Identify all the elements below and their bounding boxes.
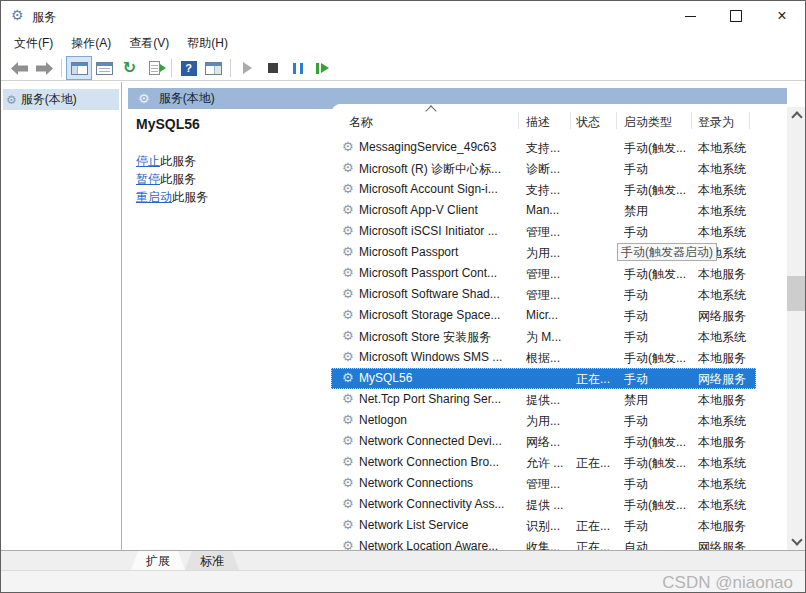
show-console-tree-button[interactable]	[66, 56, 92, 80]
service-gear-icon: ⚙	[342, 223, 354, 238]
show-action-pane-button[interactable]	[201, 57, 226, 79]
tab-extended[interactable]: 扩展	[131, 551, 185, 570]
cell-description: 提供...	[526, 392, 574, 409]
cell-name: Network List Service	[359, 518, 524, 532]
menu-item[interactable]: 帮助(H)	[178, 31, 237, 56]
service-row[interactable]: ⚙ MessagingService_49c63 支持... 手动(触发... …	[331, 137, 756, 158]
service-action-link[interactable]: 停止	[136, 154, 160, 168]
cell-logon-as: 本地服务	[698, 266, 755, 283]
column-separator[interactable]	[616, 112, 617, 129]
scrollbar-thumb[interactable]	[787, 276, 806, 311]
menu-bar: 文件(F) 操作(A) 查看(V) 帮助(H)	[1, 31, 805, 56]
cell-description: 网络...	[526, 434, 574, 451]
service-row[interactable]: ⚙ Network Location Aware... 收集... 正在... …	[331, 536, 756, 550]
cell-name: Microsoft Passport Cont...	[359, 266, 524, 280]
cell-startup-type: 手动(触发...	[624, 350, 696, 367]
cell-logon-as: 本地系统	[698, 476, 755, 493]
service-gear-icon: ⚙	[342, 139, 354, 154]
service-gear-icon: ⚙	[342, 349, 354, 364]
service-row[interactable]: ⚙ Network Connections 管理... 手动 本地系统	[331, 473, 756, 494]
help-button[interactable]: ?	[176, 57, 201, 79]
column-header-startup-type[interactable]: 启动类型	[624, 114, 672, 131]
cell-status: 正在...	[576, 455, 622, 472]
column-separator[interactable]	[691, 112, 692, 129]
service-action-suffix: 此服务	[160, 154, 196, 168]
cell-logon-as: 本地系统	[698, 203, 755, 220]
service-row[interactable]: ⚙ MySQL56 正在... 手动 网络服务	[331, 368, 756, 389]
service-row[interactable]: ⚙ Network List Service 识别... 正在... 手动 本地…	[331, 515, 756, 536]
minimize-button[interactable]	[667, 1, 713, 31]
service-rows: ⚙ MessagingService_49c63 支持... 手动(触发... …	[331, 137, 787, 550]
back-button[interactable]	[7, 57, 32, 79]
column-separator[interactable]	[749, 112, 750, 129]
cell-logon-as: 网络服务	[698, 371, 755, 388]
column-separator[interactable]	[518, 112, 519, 129]
service-row[interactable]: ⚙ Microsoft Passport Cont... 管理... 手动(触发…	[331, 263, 756, 284]
list-scrollbar[interactable]	[787, 107, 806, 550]
cell-logon-as: 本地系统	[698, 140, 755, 157]
refresh-button[interactable]: ↻	[117, 57, 142, 79]
cell-startup-type: 手动(触发...	[624, 140, 696, 157]
close-icon: ×	[777, 8, 786, 24]
service-row[interactable]: ⚙ Microsoft Windows SMS ... 根据... 手动(触发.…	[331, 347, 756, 368]
export-list-button[interactable]	[142, 57, 167, 79]
service-row[interactable]: ⚙ Network Connectivity Ass... 提供 ... 手动(…	[331, 494, 756, 515]
menu-item[interactable]: 查看(V)	[120, 31, 178, 56]
play-icon	[243, 62, 252, 74]
tree-item-services-local[interactable]: ⚙ 服务(本地)	[3, 89, 119, 110]
service-action-link[interactable]: 重启动	[136, 190, 172, 204]
restart-icon	[316, 63, 329, 74]
service-row[interactable]: ⚙ Network Connection Bro... 允许 ... 正在...…	[331, 452, 756, 473]
cell-startup-type: 手动(触发...	[624, 182, 696, 199]
menu-item[interactable]: 操作(A)	[62, 31, 120, 56]
close-button[interactable]: ×	[759, 1, 805, 31]
service-action-link-row: 重启动此服务	[136, 189, 208, 207]
forward-arrow-icon	[36, 62, 53, 75]
cell-name: MySQL56	[359, 371, 524, 385]
column-separator[interactable]	[570, 112, 571, 129]
service-row[interactable]: ⚙ Microsoft Software Shad... 管理... 手动 本地…	[331, 284, 756, 305]
cell-startup-type: 手动	[624, 371, 696, 388]
services-gear-icon: ⚙	[6, 94, 17, 106]
restart-service-button[interactable]	[310, 57, 335, 79]
service-gear-icon: ⚙	[342, 244, 354, 259]
scroll-down-button[interactable]	[787, 533, 806, 550]
services-gear-icon: ⚙	[138, 92, 150, 105]
scroll-up-button[interactable]	[787, 107, 806, 124]
service-row[interactable]: ⚙ Microsoft iSCSI Initiator ... 管理... 手动…	[331, 221, 756, 242]
service-gear-icon: ⚙	[342, 265, 354, 280]
tree-item-label: 服务(本地)	[21, 91, 77, 108]
column-header-status[interactable]: 状态	[576, 114, 600, 131]
cell-description: 诊断...	[526, 161, 574, 178]
column-header-logon-as[interactable]: 登录为	[698, 114, 734, 131]
tab-standard[interactable]: 标准	[185, 551, 239, 570]
cell-name: Network Connected Devi...	[359, 434, 524, 448]
help-icon: ?	[181, 61, 197, 76]
service-row[interactable]: ⚙ Microsoft Store 安装服务 为 M... 手动 本地系统	[331, 326, 756, 347]
start-service-button[interactable]	[235, 57, 260, 79]
menu-item[interactable]: 文件(F)	[5, 31, 62, 56]
service-action-link[interactable]: 暂停	[136, 172, 160, 186]
maximize-button[interactable]	[713, 1, 759, 31]
service-row[interactable]: ⚙ Netlogon 为用... 手动 本地系统	[331, 410, 756, 431]
properties-button[interactable]	[92, 57, 117, 79]
service-row[interactable]: ⚙ Network Connected Devi... 网络... 手动(触发.…	[331, 431, 756, 452]
cell-description: Micr...	[526, 308, 574, 322]
service-row[interactable]: ⚙ Microsoft App-V Client Man... 禁用 本地系统	[331, 200, 756, 221]
service-row[interactable]: ⚙ Net.Tcp Port Sharing Ser... 提供... 禁用 本…	[331, 389, 756, 410]
cell-name: Microsoft Account Sign-i...	[359, 182, 524, 196]
cell-startup-type: 手动(触发...	[624, 497, 696, 514]
stop-service-button[interactable]	[260, 57, 285, 79]
column-header-description[interactable]: 描述	[526, 114, 550, 131]
service-row[interactable]: ⚙ Microsoft (R) 诊断中心标... 诊断... 手动 本地系统	[331, 158, 756, 179]
column-header-name[interactable]: 名称	[349, 114, 373, 131]
list-header: 名称 描述 状态 启动类型 登录为	[331, 104, 787, 135]
watermark-text: CSDN @niaonao	[662, 573, 793, 593]
forward-button[interactable]	[32, 57, 57, 79]
cell-startup-type: 手动	[624, 287, 696, 304]
service-gear-icon: ⚙	[342, 370, 354, 385]
service-row[interactable]: ⚙ Microsoft Account Sign-i... 支持... 手动(触…	[331, 179, 756, 200]
service-row[interactable]: ⚙ Microsoft Storage Space... Micr... 手动 …	[331, 305, 756, 326]
pause-service-button[interactable]	[285, 57, 310, 79]
cell-name: Microsoft (R) 诊断中心标...	[359, 161, 524, 178]
